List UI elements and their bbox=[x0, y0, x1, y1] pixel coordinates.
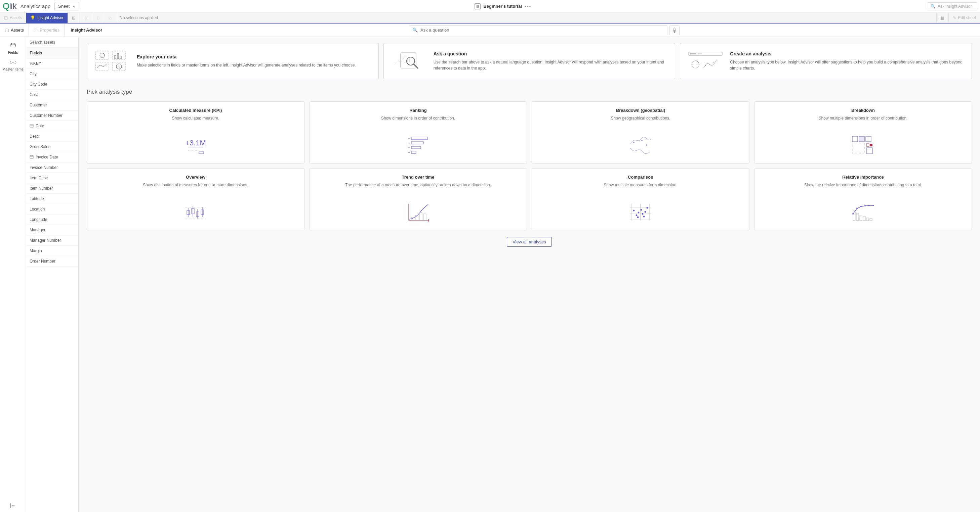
svg-rect-2 bbox=[30, 124, 33, 127]
hero-explore-desc: Make selections in fields or master item… bbox=[137, 62, 356, 68]
field-item[interactable]: Item Number bbox=[26, 183, 78, 194]
analysis-card[interactable]: OverviewShow distribution of measures fo… bbox=[87, 168, 304, 230]
analysis-card[interactable]: Trend over timeThe performance of a meas… bbox=[309, 168, 527, 230]
analysis-card[interactable]: RankingShow dimensions in order of contr… bbox=[309, 101, 527, 163]
hero-ask-title: Ask a question bbox=[434, 51, 668, 56]
rail-master-items[interactable]: Master items bbox=[0, 57, 26, 74]
analysis-title: Comparison bbox=[628, 174, 653, 180]
field-label: Location bbox=[30, 207, 45, 211]
field-item[interactable]: Date bbox=[26, 121, 78, 131]
fields-panel: Fields %KEYCityCity CodeCostCustomerCust… bbox=[26, 37, 79, 512]
svg-rect-89 bbox=[870, 219, 872, 220]
field-item[interactable]: Invoice Date bbox=[26, 152, 78, 163]
field-item[interactable]: Manager Number bbox=[26, 235, 78, 246]
field-item[interactable]: Customer Number bbox=[26, 111, 78, 121]
svg-rect-47 bbox=[859, 136, 864, 142]
field-label: Manager bbox=[30, 228, 45, 232]
microphone-button[interactable] bbox=[670, 25, 679, 35]
svg-rect-88 bbox=[866, 218, 869, 220]
rail-fields-label: Fields bbox=[8, 50, 18, 54]
field-item[interactable]: Latitude bbox=[26, 194, 78, 204]
insight-advisor-toolbar-button[interactable]: 💡 Insight Advisor bbox=[26, 13, 68, 23]
svg-rect-86 bbox=[860, 215, 862, 220]
analysis-card[interactable]: Relative importanceShow the relative imp… bbox=[754, 168, 972, 230]
field-item[interactable]: City Code bbox=[26, 79, 78, 90]
field-label: Desc bbox=[30, 134, 39, 139]
analysis-title: Calculated measure (KPI) bbox=[169, 108, 222, 113]
hero-create[interactable]: Create an analysis Choose an analysis ty… bbox=[680, 43, 972, 79]
search-assets-input[interactable] bbox=[30, 40, 75, 44]
field-item[interactable]: Cost bbox=[26, 90, 78, 100]
bulb-icon: 💡 bbox=[30, 16, 35, 20]
analysis-desc: Show multiple measures for a dimension. bbox=[604, 182, 677, 193]
assets-panel-button[interactable]: ▢ Assets bbox=[0, 24, 29, 36]
svg-point-82 bbox=[644, 211, 646, 213]
svg-rect-51 bbox=[870, 144, 872, 146]
view-all-analyses-button[interactable]: View all analyses bbox=[507, 237, 552, 247]
field-label: Item Number bbox=[30, 186, 53, 191]
insight-advisor-label: Insight Advisor bbox=[37, 16, 64, 20]
analysis-card[interactable]: Calculated measure (KPI)Show calculated … bbox=[87, 101, 304, 163]
clear-selections-button: ⊘ bbox=[104, 13, 116, 23]
field-item[interactable]: Customer bbox=[26, 100, 78, 111]
ask-advisor-placeholder: Ask Insight Advisor bbox=[938, 4, 972, 9]
field-item[interactable]: GrossSales bbox=[26, 142, 78, 152]
more-menu-icon[interactable]: ••• bbox=[525, 4, 532, 9]
smart-search-button[interactable]: ⊞ bbox=[68, 13, 80, 23]
svg-point-94 bbox=[869, 205, 870, 206]
field-item[interactable]: Item Desc bbox=[26, 173, 78, 183]
field-item[interactable]: Longitude bbox=[26, 214, 78, 225]
fields-list[interactable]: %KEYCityCity CodeCostCustomerCustomer Nu… bbox=[26, 59, 78, 512]
qlik-logo[interactable]: Qlik bbox=[3, 1, 16, 11]
question-input[interactable] bbox=[420, 27, 664, 33]
svg-point-90 bbox=[852, 213, 854, 214]
svg-point-81 bbox=[643, 216, 645, 217]
field-label: Manager Number bbox=[30, 238, 61, 243]
edit-sheet-button: ✎ Edit sheet bbox=[948, 13, 980, 23]
hero-explore[interactable]: Explore your data Make selections in fie… bbox=[87, 43, 379, 79]
search-assets-wrap bbox=[26, 37, 78, 48]
field-item[interactable]: Location bbox=[26, 204, 78, 214]
svg-point-91 bbox=[856, 208, 858, 209]
svg-point-80 bbox=[642, 213, 644, 215]
tutorial-title: Beginner's tutorial bbox=[483, 4, 522, 9]
analysis-card[interactable]: Breakdown (geospatial)Show geographical … bbox=[532, 101, 749, 163]
field-label: Invoice Number bbox=[30, 165, 58, 170]
hero-ask[interactable]: Ask a question Use the search bar above … bbox=[383, 43, 676, 79]
analysis-desc: Show geographical contributions. bbox=[611, 116, 670, 126]
svg-rect-34 bbox=[199, 152, 204, 154]
svg-point-77 bbox=[638, 212, 640, 214]
sheet-dropdown[interactable]: Sheet bbox=[54, 2, 79, 10]
svg-rect-50 bbox=[866, 144, 869, 146]
svg-rect-10 bbox=[95, 51, 109, 60]
sheet-icon[interactable]: ▦ bbox=[474, 3, 480, 10]
field-item[interactable]: Order Number bbox=[26, 256, 78, 266]
bookmarks-button[interactable]: ▦ bbox=[936, 13, 948, 23]
analysis-card[interactable]: ComparisonShow multiple measures for a d… bbox=[532, 168, 749, 230]
question-box[interactable]: 🔍 bbox=[409, 25, 667, 35]
svg-point-83 bbox=[647, 207, 648, 209]
field-label: City Code bbox=[30, 82, 48, 87]
ask-insight-advisor-input[interactable]: 🔍 Ask Insight Advisor bbox=[927, 2, 977, 10]
analysis-desc: Show distribution of measures for one or… bbox=[143, 182, 248, 193]
field-item[interactable]: Invoice Number bbox=[26, 163, 78, 173]
svg-rect-14 bbox=[117, 53, 119, 59]
rail-fields[interactable]: Fields bbox=[0, 40, 26, 57]
field-label: Margin bbox=[30, 249, 42, 253]
field-item[interactable]: %KEY bbox=[26, 59, 78, 69]
svg-rect-46 bbox=[852, 136, 858, 142]
analysis-illustration bbox=[627, 134, 654, 157]
collapse-rail-button[interactable]: |← bbox=[10, 502, 16, 508]
analysis-card[interactable]: BreakdownShow multiple dimensions in ord… bbox=[754, 101, 972, 163]
topbar: Qlik Analytics app Sheet ▦ Beginner's tu… bbox=[0, 0, 980, 13]
svg-rect-13 bbox=[115, 55, 116, 59]
hero-create-title: Create an analysis bbox=[730, 51, 965, 56]
field-item[interactable]: Manager bbox=[26, 225, 78, 235]
field-label: Latitude bbox=[30, 197, 44, 201]
field-item[interactable]: Margin bbox=[26, 246, 78, 256]
field-item[interactable]: Desc bbox=[26, 131, 78, 142]
field-label: Item Desc bbox=[30, 176, 48, 180]
field-item[interactable]: City bbox=[26, 69, 78, 79]
svg-point-45 bbox=[646, 144, 647, 146]
properties-panel-label: Properties bbox=[40, 27, 59, 33]
